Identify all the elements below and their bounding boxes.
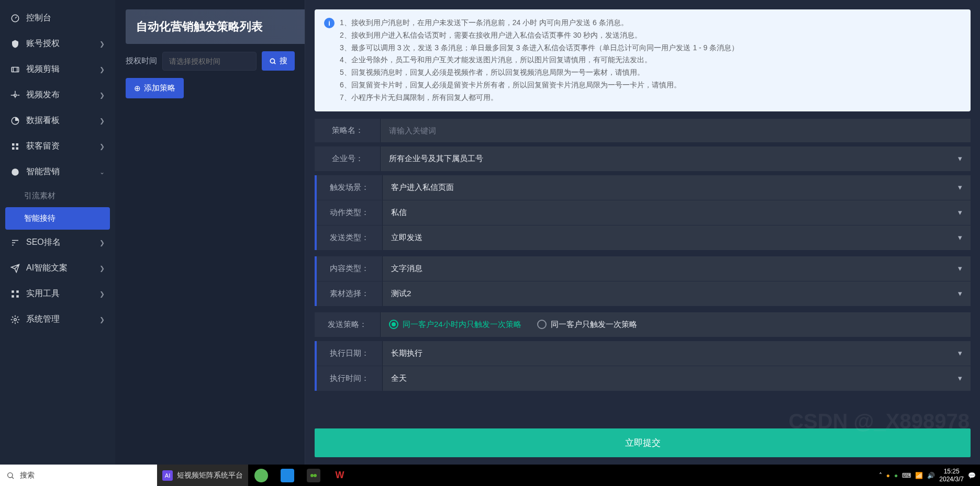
nav-customer[interactable]: 获客留资 ❯ [0,133,115,159]
tray-icon[interactable]: ● [886,472,890,479]
data-board-icon [10,116,20,126]
tray-notifications-icon[interactable]: 💬 [968,472,976,479]
chevron-right-icon: ❯ [99,117,105,125]
chevron-down-icon: ▾ [958,348,962,358]
nav-tools[interactable]: 实用工具 ❯ [0,281,115,307]
svg-rect-1 [12,67,19,72]
nav-label: 智能营销 [26,166,60,177]
subnav-drainage-material[interactable]: 引流素材 [0,185,115,207]
row-enterprise[interactable]: 企业号： 所有企业号及其下属员工号 ▾ [315,146,971,171]
search-button[interactable]: 搜 [262,51,295,71]
chevron-down-icon: ▾ [958,208,962,217]
chevron-down-icon: ▾ [958,233,962,242]
row-send-type[interactable]: 发送类型： 立即发送▾ [317,225,971,250]
taskbar-icon-1[interactable] [248,465,274,486]
svg-rect-4 [16,143,19,146]
chevron-down-icon: ▾ [958,374,962,383]
search-icon [6,471,15,480]
nav-smart-marketing[interactable]: 智能营销 ⌄ [0,159,115,185]
tray-keyboard-icon[interactable]: ⌨ [902,472,911,479]
nav-video-publish[interactable]: 视频发布 ❯ [0,82,115,108]
nav-label: 视频剪辑 [26,64,60,75]
strategy-form-panel: i 1、接收到用户消息时，在用户未发送下一条消息前，24 小时 内可向用户发送 … [305,0,980,465]
tray-icon[interactable]: ● [894,472,898,479]
auth-time-input[interactable] [162,52,257,71]
svg-point-7 [12,168,19,176]
nav-seo[interactable]: SEO排名 ❯ [0,230,115,255]
row-exec-date[interactable]: 执行日期： 长期执行▾ [317,341,971,366]
search-placeholder: 搜索 [20,471,35,480]
taskbar-app[interactable]: AI 短视频矩阵系统平台 [157,465,248,486]
chevron-right-icon: ❯ [99,66,105,73]
label-enterprise: 企业号： [315,146,381,171]
svg-rect-11 [16,295,19,298]
info-box: i 1、接收到用户消息时，在用户未发送下一条消息前，24 小时 内可向用户发送 … [315,9,971,111]
strategy-name-input[interactable] [389,126,962,135]
row-exec-time[interactable]: 执行时间： 全天▾ [317,366,971,391]
label-send-strategy: 发送策略： [315,312,381,337]
svg-point-15 [310,474,314,477]
radio-strategy-once[interactable]: 同一客户只触发一次策略 [537,320,637,330]
svg-rect-8 [12,290,14,293]
row-trigger-scene[interactable]: 触发场景： 客户进入私信页面▾ [317,175,971,200]
select-send-type[interactable]: 立即发送▾ [383,225,971,250]
row-action-type[interactable]: 动作类型： 私信▾ [317,200,971,225]
chevron-right-icon: ❯ [99,265,105,272]
chevron-down-icon: ▾ [958,183,962,192]
taskbar-icon-2[interactable] [274,465,300,486]
tray-volume-icon[interactable]: 🔊 [927,472,935,479]
group-content: 内容类型： 文字消息▾ 素材选择： 测试2▾ [315,256,971,306]
radio-icon [537,320,547,329]
nav-label: 控制台 [26,13,51,24]
chevron-right-icon: ❯ [99,316,105,323]
nav-auth[interactable]: 账号授权 ❯ [0,31,115,56]
select-exec-time[interactable]: 全天▾ [383,366,971,391]
select-material[interactable]: 测试2▾ [383,281,971,306]
row-material[interactable]: 素材选择： 测试2▾ [317,281,971,306]
row-strategy-name: 策略名： [315,119,971,142]
tray-chevron-icon[interactable]: ˄ [879,472,882,479]
taskbar-icon-4[interactable]: W [327,465,353,486]
dashboard-icon [10,14,20,23]
info-list: 1、接收到用户消息时，在用户未发送下一条消息前，24 小时 内可向用户发送 6 … [340,17,739,104]
filter-label: 授权时间 [126,56,157,66]
nav-data-board[interactable]: 数据看板 ❯ [0,108,115,133]
nav-label: 账号授权 [26,38,60,49]
value-send-strategy: 同一客户24小时内只触发一次策略 同一客户只触发一次策略 [381,312,971,337]
nav-label: 视频发布 [26,89,60,100]
search-icon [269,58,276,65]
taskbar-search[interactable]: 搜索 [0,465,157,486]
select-content-type[interactable]: 文字消息▾ [383,256,971,281]
taskbar-clock[interactable]: 15:25 2024/3/7 [939,468,964,483]
add-strategy-button[interactable]: ⊕ 添加策略 [126,78,184,98]
app-icon: AI [162,470,173,481]
svg-rect-6 [16,147,19,150]
value-strategy-name[interactable] [381,119,971,142]
group-trigger: 触发场景： 客户进入私信页面▾ 动作类型： 私信▾ 发送类型： 立即发送▾ [315,175,971,250]
submit-button[interactable]: 立即提交 [315,428,971,457]
select-enterprise[interactable]: 所有企业号及其下属员工号 ▾ [381,146,971,171]
radio-strategy-24h[interactable]: 同一客户24小时内只触发一次策略 [389,320,521,330]
subnav-smart-reception[interactable]: 智能接待 [5,207,110,230]
tray-wifi-icon[interactable]: 📶 [915,472,923,479]
label-exec-date: 执行日期： [317,341,383,366]
nav-ai-writing[interactable]: AI智能文案 ❯ [0,255,115,281]
taskbar-icon-3[interactable] [300,465,327,486]
nav-dashboard[interactable]: 控制台 [0,5,115,31]
info-item: 3、最多可以调用 3 次，发送 3 条消息；单日最多回复 3 条进入私信会话页事… [340,42,739,54]
chevron-down-icon: ▾ [958,154,962,163]
clock-time: 15:25 [939,468,964,475]
add-label: 添加策略 [144,83,175,93]
select-exec-date[interactable]: 长期执行▾ [383,341,971,366]
radio-icon [389,320,398,329]
main-content: 自动化营销触发策略列表 授权时间 搜 ⊕ 添加策略 i 1、接收到用户消息时，在… [115,0,980,465]
svg-rect-5 [12,147,15,150]
nav-system[interactable]: 系统管理 ❯ [0,307,115,332]
nav-video-edit[interactable]: 视频剪辑 ❯ [0,56,115,82]
svg-point-12 [14,318,17,321]
group-execute: 执行日期： 长期执行▾ 执行时间： 全天▾ [315,341,971,391]
select-trigger-scene[interactable]: 客户进入私信页面▾ [383,175,971,200]
select-action-type[interactable]: 私信▾ [383,200,971,225]
row-content-type[interactable]: 内容类型： 文字消息▾ [317,256,971,281]
system-icon [10,315,20,324]
